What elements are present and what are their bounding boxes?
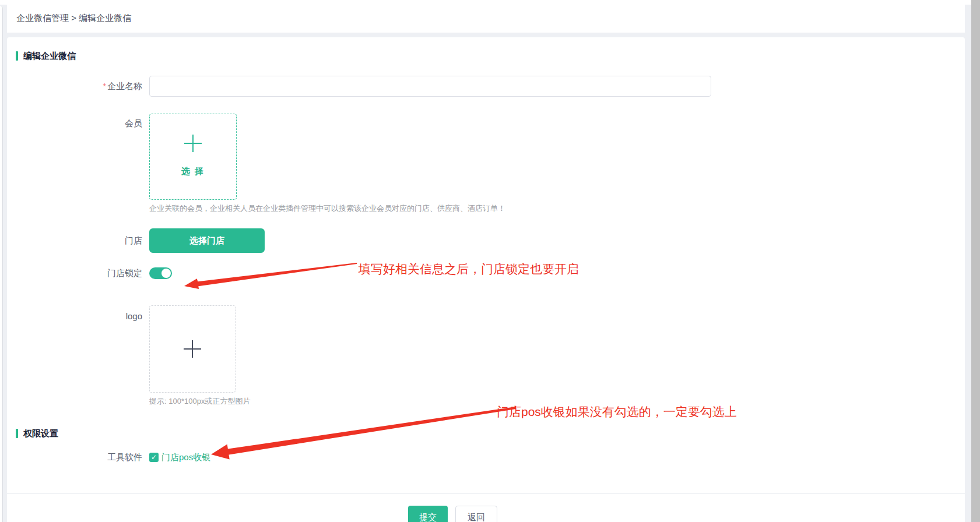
member-select-text: 选 择 <box>181 166 205 177</box>
breadcrumb: 企业微信管理 > 编辑企业微信 <box>7 5 965 33</box>
section-permission-title: 权限设置 <box>23 428 58 439</box>
member-label: 会员 <box>7 114 149 200</box>
section-permission-header: 权限设置 <box>16 428 965 439</box>
member-select-uploader[interactable]: 选 择 <box>149 114 237 200</box>
section-edit-title: 编辑企业微信 <box>23 51 76 62</box>
plus-icon <box>182 339 202 359</box>
store-lock-row: 门店锁定 <box>7 267 965 279</box>
logo-uploader[interactable] <box>149 305 236 393</box>
pos-checkbox-wrap[interactable]: ✓ 门店pos收银 <box>149 452 210 463</box>
section-accent-bar <box>16 51 18 61</box>
company-name-label: *企业名称 <box>7 76 149 97</box>
vertical-scrollbar[interactable] <box>971 0 980 522</box>
tool-software-label: 工具软件 <box>7 452 149 463</box>
company-name-row: *企业名称 <box>7 76 965 97</box>
member-row: 会员 选 择 <box>7 114 965 200</box>
logo-label: logo <box>7 305 149 393</box>
store-lock-label: 门店锁定 <box>7 268 149 279</box>
plus-icon <box>183 133 203 153</box>
member-helper-row: 企业关联的会员，企业相关人员在企业类插件管理中可以搜索该企业会员对应的门店、供应… <box>7 203 965 214</box>
company-name-input[interactable] <box>149 76 711 97</box>
section-accent-bar <box>16 429 18 438</box>
logo-hint-text: 提示: 100*100px或正方型图片 <box>149 396 250 407</box>
checked-checkbox-icon[interactable]: ✓ <box>149 453 159 462</box>
breadcrumb-text[interactable]: 企业微信管理 > 编辑企业微信 <box>16 13 131 24</box>
required-asterisk: * <box>103 82 106 91</box>
logo-hint-row: 提示: 100*100px或正方型图片 <box>7 396 965 407</box>
page: 企业微信管理 > 编辑企业微信 编辑企业微信 *企业名称 会员 选 择 企业关联… <box>0 0 980 522</box>
logo-row: logo <box>7 305 965 393</box>
store-lock-toggle[interactable] <box>149 267 172 279</box>
left-panel-edge <box>0 6 3 522</box>
submit-button[interactable]: 提交 <box>408 506 448 522</box>
tool-software-row: 工具软件 ✓ 门店pos收银 <box>7 451 965 464</box>
toggle-knob <box>161 269 171 278</box>
store-label: 门店 <box>7 228 149 253</box>
pos-checkbox-label: 门店pos收银 <box>161 452 210 463</box>
scrollbar-gap <box>965 5 971 522</box>
content-card: 编辑企业微信 *企业名称 会员 选 择 企业关联的会员，企业相关人员在企业类插件… <box>7 37 965 522</box>
back-button[interactable]: 返回 <box>455 506 497 522</box>
select-store-button[interactable]: 选择门店 <box>149 228 265 253</box>
member-helper-text: 企业关联的会员，企业相关人员在企业类插件管理中可以搜索该企业会员对应的门店、供应… <box>149 203 505 214</box>
footer-bar: 提交 返回 <box>7 493 965 522</box>
section-edit-header: 编辑企业微信 <box>16 50 965 62</box>
store-row: 门店 选择门店 <box>7 228 965 253</box>
